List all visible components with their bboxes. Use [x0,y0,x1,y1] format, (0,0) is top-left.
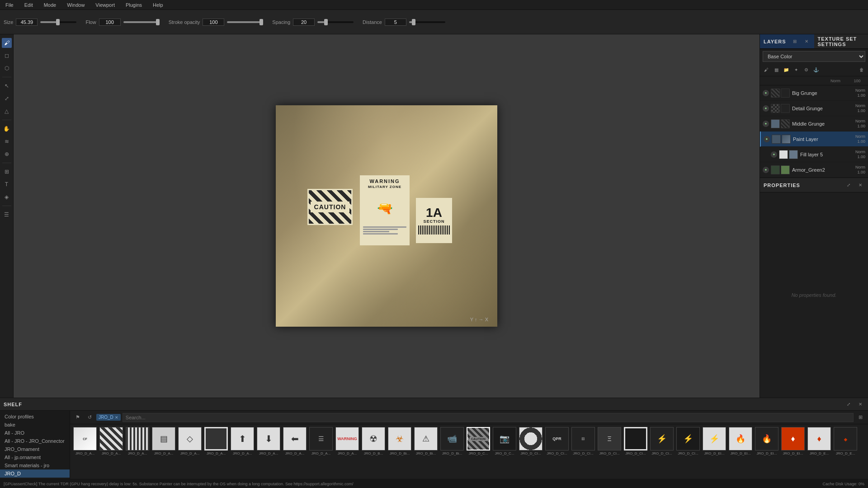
shelf-nav-color-profiles[interactable]: Color profiles [0,413,70,421]
projection-tool[interactable]: ⬡ [2,63,12,73]
channel-select[interactable]: Base Color Roughness Metallic Normal [763,51,865,62]
layer-eye-fill-5[interactable]: ● [771,151,777,158]
shelf-item-4[interactable]: ◇ JRO_D_A... [178,427,202,455]
shelf-nav-bake[interactable]: bake [0,421,70,429]
eraser-tool[interactable]: ◻ [2,51,12,61]
layer-eye-detail-grunge[interactable]: ● [763,105,769,112]
shelf-nav-ornament[interactable]: JRO_Ornament [0,445,70,453]
shelf-tag-remove[interactable]: ✕ [115,415,118,420]
properties-close-btn[interactable]: ✕ [856,181,864,189]
flow-input[interactable] [99,19,121,26]
properties-expand-btn[interactable]: ⤢ [844,181,853,189]
smudge-tool[interactable]: ≋ [2,136,12,146]
add-effects-btn[interactable]: ✦ [792,66,801,75]
layer-item-middle-grunge[interactable]: ● Middle Grunge Norm 1.00 [760,116,868,131]
shelf-item-20[interactable]: Ξ JRO_D_CI... [597,427,622,455]
size-slider[interactable] [40,21,76,23]
add-folder-btn[interactable]: 📁 [782,66,791,75]
shelf-item-21[interactable]: JRO_D_CI... [623,427,648,455]
menu-window[interactable]: Window [65,2,86,8]
shelf-nav-smart-materials[interactable]: Smart materials - jro [0,461,70,469]
canvas-area[interactable]: CAUTION WARNING MILITARY ZONE 🔫 [14,34,760,398]
eyedropper-tool[interactable]: ✋ [2,124,12,134]
menu-plugins[interactable]: Plugins [124,2,144,8]
shelf-refresh-btn[interactable]: ↺ [85,413,94,422]
text-tool[interactable]: T [2,179,12,189]
shelf-nav-jro-connector[interactable]: All - JRO - JRO_Connector [0,437,70,445]
shelf-item-11[interactable]: ☢ JRO_D_B... [361,427,386,455]
layer-eye-armor[interactable]: ● [763,167,769,173]
shelf-item-26[interactable]: 🔥 JRO_D_EI... [755,427,779,455]
shelf-item-5[interactable]: JRO_D_A... [204,427,228,455]
add-generator-btn[interactable]: ⚙ [802,66,811,75]
flow-slider[interactable] [123,21,160,23]
menu-mode[interactable]: Mode [42,2,58,8]
shelf-item-29[interactable]: ⬥ JRO_D_E... [833,427,858,455]
stroke-opacity-slider[interactable] [227,21,263,23]
shelf-item-18[interactable]: QPR JRO_D_CI... [545,427,569,455]
shelf-nav-jro-d[interactable]: JRO_D [0,469,70,478]
material-picker[interactable]: ◈ [2,192,12,202]
shelf-item-27[interactable]: ♦ JRO_D_EI... [781,427,805,455]
distance-slider[interactable] [409,21,445,23]
layers-add-btn[interactable]: ⊞ [791,38,799,46]
shelf-item-28[interactable]: ♦ JRO_D_E... [807,427,831,455]
add-anchor-btn[interactable]: ⚓ [811,66,821,75]
shelf-item-8[interactable]: ⬅ JRO_D_A... [283,427,307,455]
shelf-item-3[interactable]: ▤ JRO_D_A... [151,427,176,455]
shelf-item-1[interactable]: JRO_D_A... [99,427,123,455]
delete-layer-btn[interactable]: 🗑 [857,66,866,75]
layers-close-btn[interactable]: ✕ [802,38,811,46]
bake-tool[interactable]: ⊞ [2,167,12,177]
add-fill-layer-btn[interactable]: ▦ [772,66,781,75]
menu-help[interactable]: Help [151,2,165,8]
size-input[interactable] [16,19,38,26]
clone-tool[interactable]: ⊕ [2,149,12,159]
menu-edit[interactable]: Edit [23,2,35,8]
menu-viewport[interactable]: Viewport [94,2,117,8]
shelf-item-10[interactable]: WARNING JRO_D_A... [335,427,359,455]
layer-item-big-grunge[interactable]: ● Big Grunge Norm 1.00 [760,85,868,101]
shelf-item-25[interactable]: 🔥 JRO_D_EI... [728,427,753,455]
shelf-item-15[interactable]: CAUTION JRO_D_C... [466,427,491,455]
shelf-item-0[interactable]: CF JRO_D_A... [73,427,97,455]
shelf-item-13[interactable]: ⚠ JRO_D_Bi... [414,427,438,455]
layer-item-detail-grunge[interactable]: ● Detail Grunge Norm 1.00 [760,101,868,116]
menu-file[interactable]: File [4,2,15,8]
paint-brush-tool[interactable]: 🖌 [2,38,12,48]
layer-eye-big-grunge[interactable]: ● [763,90,769,96]
shelf-item-7[interactable]: ⬇ JRO_D_A... [256,427,281,455]
stroke-opacity-input[interactable] [203,19,224,26]
shelf-item-2[interactable]: JRO_D_A... [125,427,150,455]
layers-icon-tool[interactable]: ☰ [2,210,12,220]
shelf-item-12[interactable]: ☣ JRO_D_Bi... [387,427,412,455]
spacing-slider[interactable] [317,21,354,23]
shelf-item-22[interactable]: ⚡ JRO_D_CI... [650,427,674,455]
layer-eye-paint-layer[interactable]: ● [764,136,770,142]
shelf-search-input[interactable] [123,413,854,422]
shelf-close-btn[interactable]: ✕ [856,400,864,408]
spacing-input[interactable] [293,19,315,26]
shelf-item-14[interactable]: 📹 JRO_D_Bi... [440,427,464,455]
shelf-nav-all-jro[interactable]: All - JRO [0,429,70,437]
shelf-item-17[interactable]: JRO_D_CI... [519,427,543,455]
geometry-tool[interactable]: △ [2,106,12,116]
layer-item-armor-green2[interactable]: ● Armor_Green2 Norm 1.00 [760,162,868,178]
shelf-nav-jp-ornament[interactable]: All - jp.ornament [0,453,70,461]
distance-input[interactable] [385,19,406,26]
shelf-item-19[interactable]: ⊞ JRO_D_CI... [571,427,595,455]
add-paint-layer-btn[interactable]: 🖌 [762,66,771,75]
shelf-filter-icon[interactable]: ⚑ [73,413,83,422]
shelf-expand-btn[interactable]: ⤢ [844,400,853,408]
layer-item-paint-layer[interactable]: ● Paint Layer Norm 1.00 [760,131,868,147]
layer-eye-middle-grunge[interactable]: ● [763,121,769,127]
shelf-item-24[interactable]: ⚡ JRO_D_EI... [702,427,726,455]
select-tool[interactable]: ↖ [2,81,12,91]
layer-item-fill-layer-5[interactable]: ● Fill layer 5 Norm 1.00 [760,147,868,162]
shelf-item-9[interactable]: ☰ JRO_D_A... [309,427,333,455]
transform-tool[interactable]: ⤢ [2,94,12,103]
shelf-item-23[interactable]: ⚡ JRO_D_CI... [676,427,700,455]
shelf-item-6[interactable]: ⬆ JRO_D_A... [230,427,255,455]
shelf-item-16[interactable]: 📷 JRO_D_C... [492,427,517,455]
shelf-grid-view-btn[interactable]: ⊞ [855,413,865,422]
